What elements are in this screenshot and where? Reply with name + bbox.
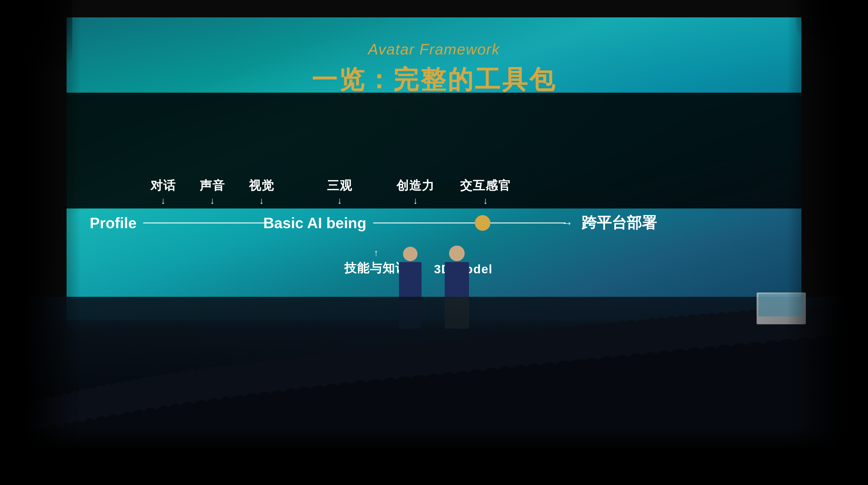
vignette-bottom xyxy=(0,427,868,485)
flow-arrow: → xyxy=(561,217,573,230)
label-duihua: 对话 ↓ xyxy=(151,177,176,206)
speaker2-head xyxy=(449,246,465,261)
duihua-text: 对话 xyxy=(151,177,176,194)
title-chinese: 一览：完整的工具包 xyxy=(66,62,802,97)
top-labels-row: 对话 ↓ 声音 ↓ 视觉 ↓ 三观 ↓ 创造力 ↓ xyxy=(90,171,778,208)
shijue-arrow: ↓ xyxy=(259,195,264,206)
chuangzaoli-arrow: ↓ xyxy=(413,195,418,206)
sanguan-arrow: ↓ xyxy=(337,195,342,206)
content-band: 对话 ↓ 声音 ↓ 视觉 ↓ 三观 ↓ 创造力 ↓ xyxy=(66,93,802,208)
jiaohu-arrow: ↓ xyxy=(483,195,488,206)
label-chuangzaoli: 创造力 ↓ xyxy=(396,177,435,206)
chuangzaoli-text: 创造力 xyxy=(396,177,435,194)
shengyin-arrow: ↓ xyxy=(210,195,215,206)
highlight-dot xyxy=(475,215,490,231)
title-english: Avatar Framework xyxy=(66,40,802,58)
line-left xyxy=(143,223,265,224)
line-right xyxy=(490,223,566,224)
line-mid xyxy=(373,223,486,224)
speaker1-head xyxy=(403,247,417,261)
jiaohu-text: 交互感官 xyxy=(460,177,511,194)
label-shijue: 视觉 ↓ xyxy=(249,177,274,206)
corner-vignette-tl xyxy=(0,0,72,116)
corner-vignette-tr xyxy=(796,0,868,87)
shengyin-text: 声音 xyxy=(199,177,225,194)
shijue-text: 视觉 xyxy=(249,177,274,194)
label-shengyin: 声音 ↓ xyxy=(199,177,225,206)
profile-label: Profile xyxy=(90,214,136,232)
duihua-arrow: ↓ xyxy=(161,195,165,206)
speaker2-torso xyxy=(445,262,469,297)
label-jiaohu: 交互感官 ↓ xyxy=(460,177,511,206)
title-area: Avatar Framework 一览：完整的工具包 xyxy=(66,40,802,97)
cross-platform-label: 跨平台部署 xyxy=(582,213,657,233)
sanguan-text: 三观 xyxy=(327,177,352,194)
main-flow-row: Profile Basic AI being → 跨平台部署 xyxy=(90,211,778,234)
speaker1-torso xyxy=(399,262,422,300)
basic-ai-label: Basic AI being xyxy=(263,214,366,232)
label-sanguan: 三观 ↓ xyxy=(327,177,352,206)
